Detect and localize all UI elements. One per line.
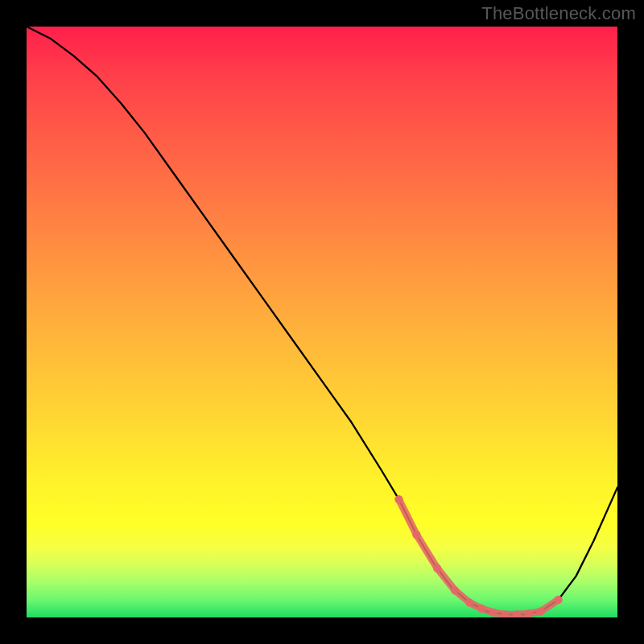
optimal-range-dot <box>412 530 420 539</box>
optimal-range-marker <box>398 499 558 614</box>
optimal-range-dot <box>525 609 533 617</box>
optimal-range-dot <box>465 598 473 606</box>
optimal-range-dot <box>433 564 441 572</box>
optimal-range-dot <box>554 596 562 604</box>
watermark-text: TheBottleneck.com <box>481 3 636 24</box>
optimal-range-dot <box>451 586 459 594</box>
optimal-range-dot <box>394 495 402 503</box>
optimal-range-dot <box>489 609 497 617</box>
optimal-range-dots <box>394 495 563 617</box>
chart-svg <box>27 27 617 617</box>
plot-area <box>27 27 617 617</box>
optimal-range-dot <box>477 605 485 613</box>
bottleneck-curve <box>27 27 617 614</box>
chart-canvas: TheBottleneck.com <box>0 0 644 644</box>
optimal-range-dot <box>536 607 544 615</box>
